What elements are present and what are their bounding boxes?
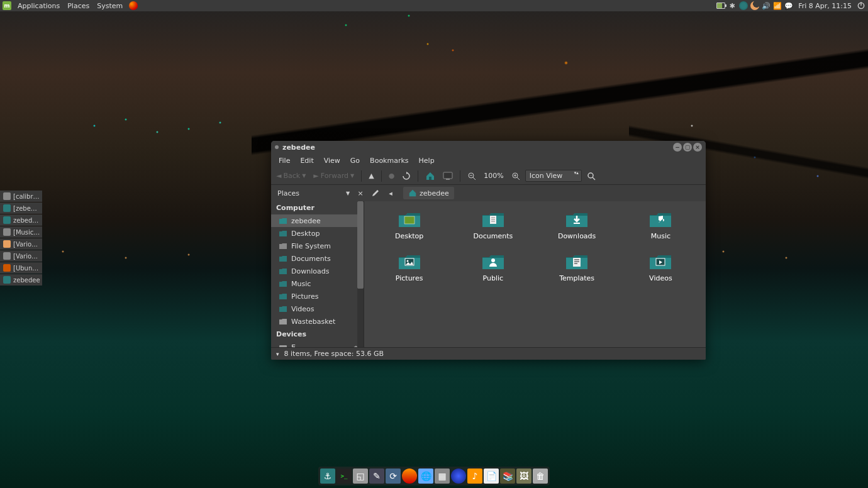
reload-button[interactable] bbox=[399, 170, 413, 182]
folder-icon bbox=[481, 210, 506, 229]
window-list-item[interactable]: [Ubun… bbox=[0, 262, 42, 274]
window-label: [Ubun… bbox=[13, 265, 38, 272]
forward-button[interactable]: ► Forward ▼ bbox=[311, 170, 357, 182]
dock-icon-2[interactable]: ◱ bbox=[353, 469, 368, 484]
panel-menu-places[interactable]: Places bbox=[64, 1, 93, 11]
window-list-item[interactable]: zebed… bbox=[0, 214, 42, 226]
panel-menu-system[interactable]: System bbox=[93, 1, 126, 11]
window-list: [calibr…[zebe…zebed…[Music…[Vario…[Vario… bbox=[0, 191, 42, 286]
sidebar-item-documents[interactable]: Documents bbox=[271, 252, 364, 265]
firefox-launcher-icon[interactable] bbox=[129, 1, 138, 10]
maximize-button[interactable]: ▢ bbox=[683, 143, 692, 152]
window-list-item[interactable]: [zebe… bbox=[0, 202, 42, 214]
sidebar-item-file-system[interactable]: File System bbox=[271, 240, 364, 252]
battery-tray-icon[interactable] bbox=[716, 1, 725, 10]
volume-tray-icon[interactable]: 🔊 bbox=[762, 1, 771, 10]
breadcrumb-segment[interactable]: zebedee bbox=[403, 187, 454, 199]
menu-bookmarks[interactable]: Bookmarks bbox=[365, 155, 413, 167]
network-tray-icon[interactable]: 📶 bbox=[773, 1, 782, 10]
menu-file[interactable]: File bbox=[274, 155, 295, 167]
sidebar-item-music[interactable]: Music bbox=[271, 277, 364, 290]
dock-icon-8[interactable] bbox=[451, 469, 466, 484]
dock-icon-13[interactable]: 🗑 bbox=[533, 469, 548, 484]
status-menu-icon[interactable]: ▾ bbox=[276, 351, 279, 357]
folder-documents[interactable]: Documents bbox=[458, 208, 528, 243]
window-list-item[interactable]: [Vario… bbox=[0, 250, 42, 262]
folder-public[interactable]: Public bbox=[458, 250, 528, 286]
sidebar-item-desktop[interactable]: Desktop bbox=[271, 227, 364, 240]
sidebar-item-pictures[interactable]: Pictures bbox=[271, 290, 364, 302]
sidebar-close-icon[interactable]: × bbox=[354, 187, 367, 199]
zoom-in-button[interactable] bbox=[509, 170, 523, 182]
status-text: 8 items, Free space: 53.6 GB bbox=[284, 350, 384, 358]
view-mode-select[interactable]: Icon View bbox=[525, 170, 582, 182]
close-button[interactable]: × bbox=[693, 143, 702, 152]
search-button[interactable] bbox=[584, 170, 598, 182]
folder-icon bbox=[648, 252, 673, 271]
path-back-button[interactable]: ◂ bbox=[384, 187, 397, 199]
sidebar-device-e[interactable]: E⏏ bbox=[271, 341, 364, 347]
sidebar-item-wastebasket[interactable]: Wastebasket bbox=[271, 315, 364, 328]
menu-go[interactable]: Go bbox=[345, 155, 365, 167]
window-list-item[interactable]: [Music… bbox=[0, 226, 42, 238]
folder-icon bbox=[397, 252, 422, 271]
sidebar-item-downloads[interactable]: Downloads bbox=[271, 265, 364, 277]
folder-icon bbox=[564, 210, 589, 229]
sidebar-item-videos[interactable]: Videos bbox=[271, 302, 364, 315]
distro-menu-icon[interactable]: m bbox=[3, 1, 11, 10]
folder-templates[interactable]: Templates bbox=[542, 250, 612, 286]
dock-icon-5[interactable] bbox=[402, 469, 417, 484]
dock-icon-0[interactable]: ⚓ bbox=[320, 469, 335, 484]
dock-icon-11[interactable]: 📚 bbox=[500, 469, 515, 484]
clock[interactable]: Fri 8 Apr, 11:15 bbox=[796, 2, 854, 10]
stop-button[interactable]: ● bbox=[386, 170, 398, 182]
zoom-in-icon bbox=[511, 172, 520, 180]
folder-pictures[interactable]: Pictures bbox=[374, 250, 445, 286]
titlebar[interactable]: zebedee − ▢ × bbox=[271, 141, 706, 153]
window-icon bbox=[3, 216, 11, 224]
dock-icon-3[interactable]: ✎ bbox=[369, 469, 384, 484]
back-button[interactable]: ◄ Back ▼ bbox=[274, 170, 308, 182]
menu-edit[interactable]: Edit bbox=[295, 155, 318, 167]
folder-music[interactable]: Music bbox=[625, 208, 696, 243]
minimize-button[interactable]: − bbox=[673, 143, 682, 152]
app-icon bbox=[275, 145, 279, 149]
window-list-item[interactable]: [Vario… bbox=[0, 238, 42, 250]
folder-desktop[interactable]: Desktop bbox=[374, 208, 445, 243]
window-label: [calibr… bbox=[13, 193, 40, 200]
window-icon bbox=[3, 240, 11, 248]
reload-icon bbox=[402, 172, 411, 180]
window-list-item[interactable]: zebedee bbox=[0, 274, 42, 286]
update-tray-icon[interactable] bbox=[739, 1, 748, 10]
dock-icon-9[interactable]: ♪ bbox=[467, 469, 482, 484]
folder-videos[interactable]: Videos bbox=[625, 250, 696, 286]
statusbar: ▾ 8 items, Free space: 53.6 GB bbox=[271, 347, 706, 360]
folder-downloads[interactable]: Downloads bbox=[542, 208, 612, 243]
sidebar-item-zebedee[interactable]: zebedee bbox=[271, 214, 364, 227]
computer-button[interactable] bbox=[440, 170, 455, 182]
folder-view[interactable]: Desktop Documents Downloads Music Pictur… bbox=[364, 201, 706, 347]
dock-icon-10[interactable]: 📄 bbox=[484, 469, 499, 484]
sidebar-chevron-icon[interactable]: ▼ bbox=[342, 187, 354, 199]
dock-icon-1[interactable]: >_ bbox=[337, 469, 352, 484]
bluetooth-tray-icon[interactable]: ✱ bbox=[728, 1, 737, 10]
menu-view[interactable]: View bbox=[319, 155, 345, 167]
svg-rect-14 bbox=[279, 345, 287, 347]
svg-rect-4 bbox=[446, 179, 450, 180]
chat-tray-icon[interactable]: 💬 bbox=[784, 1, 793, 10]
edit-path-button[interactable] bbox=[369, 187, 382, 199]
dock-icon-6[interactable]: 🌐 bbox=[418, 469, 433, 484]
zoom-out-button[interactable] bbox=[465, 170, 479, 182]
window-list-item[interactable]: [calibr… bbox=[0, 191, 42, 202]
dock-icon-12[interactable]: 🖼 bbox=[516, 469, 531, 484]
panel-menu-applications[interactable]: Applications bbox=[14, 1, 64, 11]
dock-icon-4[interactable]: ⟳ bbox=[386, 469, 401, 484]
chevron-down-icon: ▼ bbox=[350, 173, 354, 179]
weather-tray-icon[interactable] bbox=[750, 1, 759, 10]
power-tray-icon[interactable] bbox=[857, 1, 865, 10]
dock-icon-7[interactable]: ▦ bbox=[435, 469, 450, 484]
menu-help[interactable]: Help bbox=[414, 155, 440, 167]
home-button[interactable] bbox=[423, 169, 438, 183]
sidebar-scrollbar[interactable] bbox=[357, 201, 364, 347]
up-button[interactable]: ▲ bbox=[366, 170, 376, 182]
